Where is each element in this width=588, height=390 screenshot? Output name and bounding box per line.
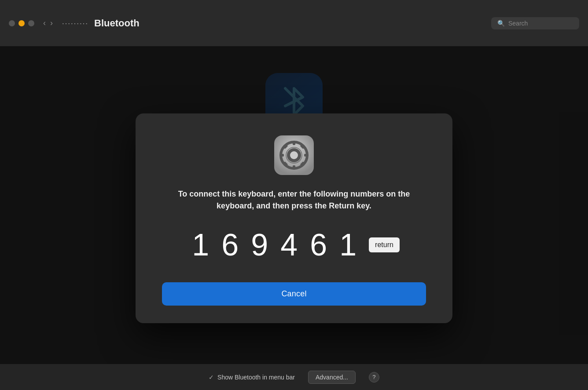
modal-overlay: To connect this keyboard, enter the foll… <box>0 47 588 390</box>
cancel-button[interactable]: Cancel <box>162 282 426 306</box>
bottom-bar: ✓ Show Bluetooth in menu bar Advanced...… <box>0 364 588 390</box>
search-icon: 🔍 <box>497 20 505 27</box>
return-key-label: return <box>375 241 393 249</box>
close-button[interactable] <box>9 20 15 26</box>
code-digit-5: 6 <box>306 230 331 260</box>
help-button[interactable]: ? <box>369 372 379 383</box>
settings-icon-container <box>274 135 314 175</box>
system-preferences-icon <box>274 135 314 175</box>
svg-rect-5 <box>293 165 295 170</box>
title-bar: ‹ › ⋯⋯⋯ Bluetooth 🔍 Search <box>0 0 588 47</box>
page-title: Bluetooth <box>94 18 491 29</box>
advanced-button[interactable]: Advanced... <box>308 371 356 384</box>
back-arrow-icon[interactable]: ‹ <box>43 18 46 28</box>
navigation-arrows: ‹ › <box>43 18 53 28</box>
code-digit-3: 9 <box>247 230 272 260</box>
search-bar[interactable]: 🔍 Search <box>491 17 579 29</box>
pairing-modal: To connect this keyboard, enter the foll… <box>136 113 452 323</box>
grid-icon[interactable]: ⋯⋯⋯ <box>62 18 88 29</box>
checkmark-icon: ✓ <box>209 374 214 381</box>
minimize-button[interactable] <box>18 20 25 26</box>
code-digit-6: 1 <box>336 230 360 260</box>
code-digit-2: 6 <box>218 230 242 260</box>
svg-rect-7 <box>304 154 309 157</box>
maximize-button[interactable] <box>28 20 34 26</box>
show-in-menu-bar-label: Show Bluetooth in menu bar <box>217 374 295 381</box>
modal-message: To connect this keyboard, enter the foll… <box>171 188 417 212</box>
svg-rect-6 <box>279 154 284 157</box>
pairing-code-row: 1 6 9 4 6 1 return <box>188 230 400 260</box>
forward-arrow-icon[interactable]: › <box>50 18 53 28</box>
svg-point-3 <box>290 151 298 159</box>
code-digit-4: 4 <box>277 230 301 260</box>
show-in-menu-bar-row: ✓ Show Bluetooth in menu bar <box>209 374 295 381</box>
return-key-indicator: return <box>369 237 400 252</box>
main-area: Bluetooth Turn Blueto... Now discove... … <box>0 47 588 390</box>
svg-rect-4 <box>293 141 295 145</box>
search-placeholder: Search <box>508 20 528 27</box>
window-controls <box>9 20 34 26</box>
code-digit-1: 1 <box>188 230 213 260</box>
